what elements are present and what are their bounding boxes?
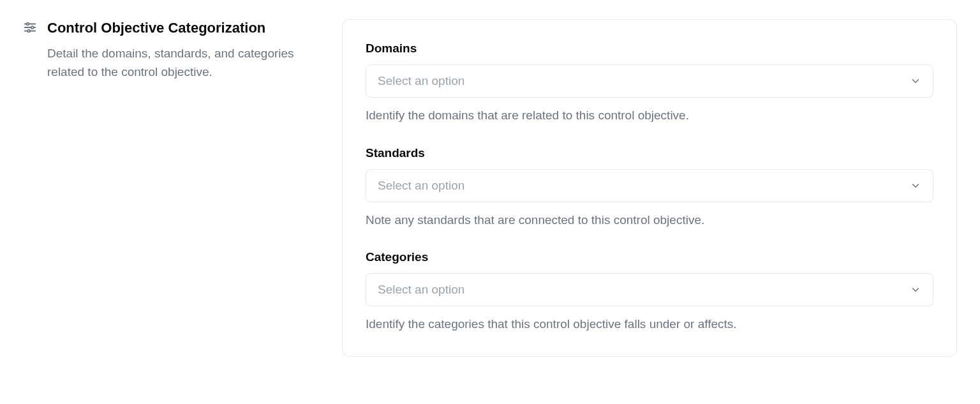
svg-point-1 — [27, 23, 29, 26]
side-text-block: Control Objective Categorization Detail … — [47, 19, 311, 81]
domains-label: Domains — [366, 41, 933, 56]
domains-help: Identify the domains that are related to… — [366, 107, 933, 124]
form-panel: Domains Select an option Identify the do… — [342, 19, 957, 357]
standards-label: Standards — [366, 146, 933, 160]
field-standards: Standards Select an option Note any stan… — [366, 146, 933, 229]
page-container: Control Objective Categorization Detail … — [0, 0, 980, 376]
domains-placeholder: Select an option — [378, 74, 464, 88]
svg-point-3 — [31, 26, 34, 29]
chevron-down-icon — [910, 75, 921, 87]
categories-help: Identify the categories that this contro… — [366, 315, 933, 333]
field-categories: Categories Select an option Identify the… — [366, 250, 933, 333]
sliders-icon — [23, 20, 37, 34]
standards-placeholder: Select an option — [378, 179, 464, 193]
standards-select[interactable]: Select an option — [366, 169, 933, 202]
categories-label: Categories — [366, 250, 933, 264]
categories-select[interactable]: Select an option — [366, 273, 933, 306]
chevron-down-icon — [910, 284, 921, 296]
categories-placeholder: Select an option — [378, 283, 464, 297]
section-description: Detail the domains, standards, and categ… — [47, 44, 311, 82]
section-title: Control Objective Categorization — [47, 19, 311, 38]
standards-help: Note any standards that are connected to… — [366, 211, 933, 229]
chevron-down-icon — [910, 180, 921, 191]
side-header: Control Objective Categorization Detail … — [23, 19, 311, 81]
field-domains: Domains Select an option Identify the do… — [366, 41, 933, 124]
svg-point-5 — [27, 30, 30, 33]
domains-select[interactable]: Select an option — [366, 64, 933, 98]
